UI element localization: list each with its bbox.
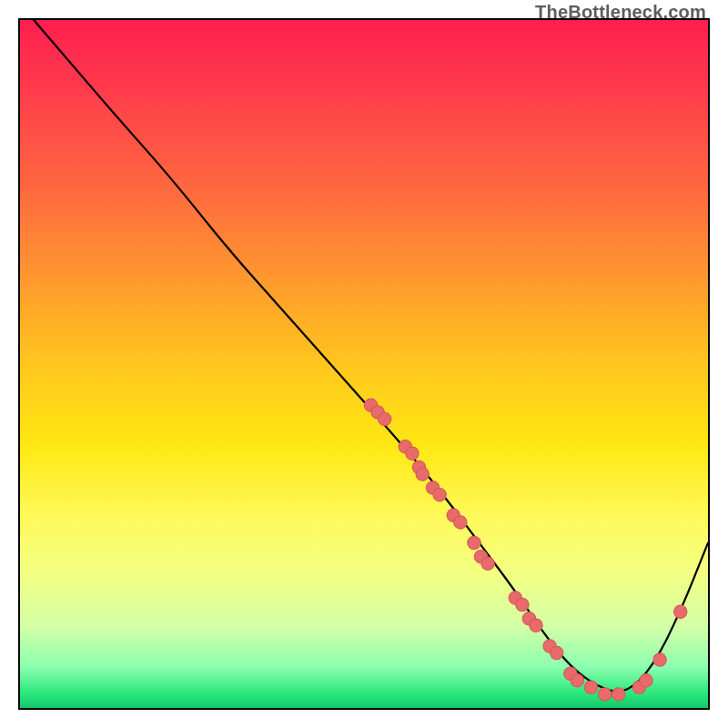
data-marker (571, 674, 583, 687)
data-marker (598, 688, 611, 701)
bottleneck-curve-path (34, 20, 708, 692)
data-marker (481, 557, 494, 570)
data-marker (454, 516, 467, 529)
data-marker (584, 681, 597, 693)
data-marker (406, 447, 419, 460)
plot-area (18, 18, 710, 710)
chart-container: TheBottleneck.com (0, 0, 728, 728)
data-marker (433, 488, 446, 500)
data-marker (674, 605, 687, 618)
marker-group (364, 399, 687, 701)
data-marker (612, 688, 625, 701)
data-marker (550, 646, 562, 659)
chart-svg (20, 20, 708, 708)
data-marker (653, 653, 666, 666)
data-marker (416, 468, 429, 480)
data-marker (516, 598, 529, 611)
data-marker (378, 412, 390, 425)
data-marker (640, 674, 652, 687)
data-marker (468, 536, 480, 549)
data-marker (530, 619, 542, 632)
